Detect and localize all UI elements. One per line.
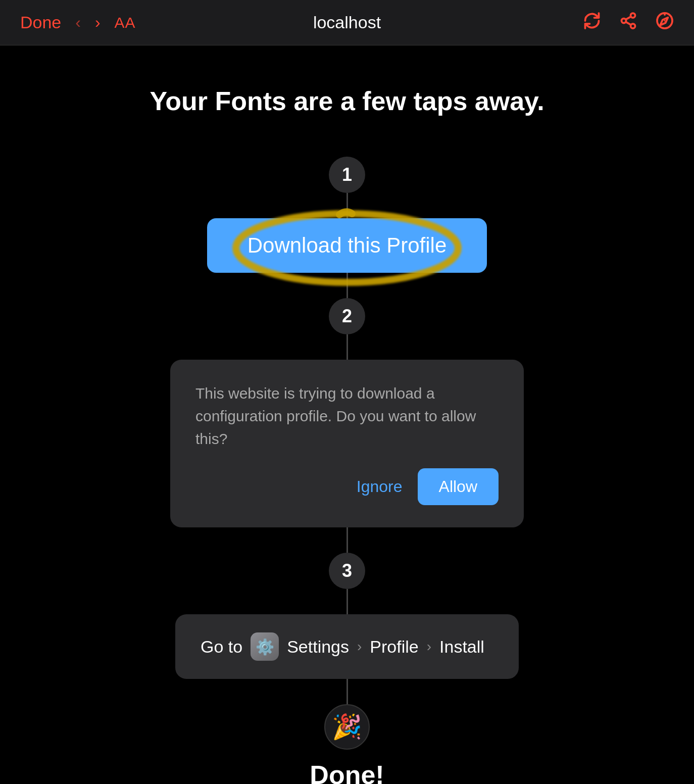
chevron-1-icon: › — [357, 639, 362, 655]
compass-icon[interactable] — [656, 12, 674, 34]
dialog-actions: Ignore Allow — [195, 468, 499, 505]
browser-bar-left: Done ‹ › AA — [20, 13, 136, 32]
browser-bar: Done ‹ › AA localhost — [0, 0, 694, 45]
done-button[interactable]: Done — [20, 13, 61, 32]
settings-app-icon: ⚙️ — [251, 632, 279, 661]
party-icon-circle: 🎉 — [324, 704, 370, 750]
settings-path-box: Go to ⚙️ Settings › Profile › Install — [175, 614, 519, 679]
dialog-message: This website is trying to download a con… — [195, 382, 499, 450]
profile-label: Profile — [370, 637, 418, 657]
back-arrow-icon[interactable]: ‹ — [75, 13, 81, 32]
browser-toolbar — [583, 12, 674, 34]
connector-2b — [346, 527, 348, 553]
party-popper-icon: 🎉 — [332, 713, 362, 741]
connector-1b — [346, 273, 348, 298]
done-text: Done! — [310, 760, 384, 784]
install-label: Install — [439, 637, 484, 657]
chevron-2-icon: › — [427, 639, 431, 655]
connector-3a — [346, 589, 348, 614]
connector-1a — [346, 193, 348, 218]
step3-circle: 3 — [329, 553, 365, 589]
svg-point-2 — [664, 20, 666, 21]
font-size-button[interactable]: AA — [115, 14, 136, 31]
flow: 1 Download this Profile 2 This website i… — [150, 157, 544, 784]
go-to-label: Go to — [201, 637, 242, 657]
share-icon[interactable] — [619, 12, 637, 34]
step2-circle: 2 — [329, 298, 365, 334]
url-display: localhost — [313, 13, 381, 32]
allow-button[interactable]: Allow — [418, 468, 499, 505]
download-profile-button[interactable]: Download this Profile — [207, 218, 487, 273]
step1-circle: 1 — [329, 157, 365, 193]
main-content: Your Fonts are a few taps away. 1 Downlo… — [0, 45, 694, 784]
connector-2a — [346, 334, 348, 360]
forward-arrow-icon[interactable]: › — [95, 13, 101, 32]
reload-icon[interactable] — [583, 12, 601, 34]
step1-wrapper: Download this Profile — [150, 218, 544, 273]
headline: Your Fonts are a few taps away. — [150, 86, 544, 116]
ignore-button[interactable]: Ignore — [357, 477, 403, 496]
allow-dialog: This website is trying to download a con… — [170, 360, 524, 527]
connector-3b — [346, 679, 348, 704]
settings-label: Settings — [287, 637, 349, 657]
